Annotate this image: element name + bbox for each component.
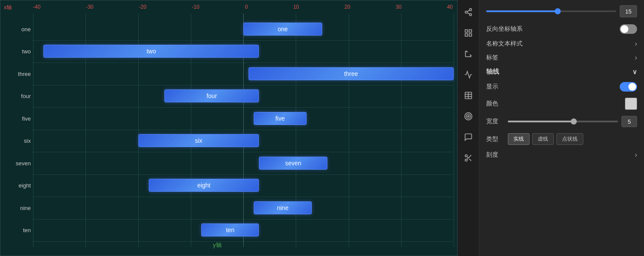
svg-line-3 (467, 13, 470, 14)
x-axis-title: x轴 (4, 4, 12, 11)
show-label: 显示 (486, 83, 498, 91)
svg-point-19 (465, 159, 467, 161)
svg-point-2 (469, 13, 471, 16)
hgrid-line-six (33, 152, 453, 152)
x-label-10: 10 (293, 4, 299, 10)
show-row: 显示 (486, 82, 637, 92)
type-btn-dashed[interactable]: 虚线 (532, 133, 554, 145)
tag-arrow: › (635, 54, 637, 62)
y-label-two: two (3, 48, 31, 55)
bar-seven[interactable]: seven (259, 157, 327, 170)
x-axis-labels: -40 -30 -20 -10 0 10 20 30 40 (33, 4, 453, 10)
hgrid-line-five (33, 130, 453, 130)
hgrid-line-eight (33, 197, 453, 197)
top-slider-row: 15 (486, 5, 637, 17)
vgrid-line-30 (401, 13, 402, 247)
vgrid-line-40 (454, 13, 454, 247)
bar-nine[interactable]: nine (254, 201, 311, 214)
width-slider[interactable] (508, 121, 618, 122)
bar-four[interactable]: four (164, 89, 259, 102)
tag-row[interactable]: 标签 › (486, 54, 637, 62)
width-slider-thumb[interactable] (571, 118, 577, 125)
bar-one[interactable]: one (243, 23, 322, 36)
show-toggle[interactable] (620, 82, 637, 92)
hgrid-line-ten (33, 241, 453, 242)
tag-label: 标签 (486, 54, 498, 62)
chart-icon-btn[interactable] (461, 67, 476, 82)
svg-line-21 (469, 159, 471, 161)
grid-icon-btn[interactable] (461, 25, 476, 41)
svg-point-17 (467, 115, 469, 117)
table-icon-btn[interactable] (461, 88, 476, 103)
y-axis-title: y轴 (213, 241, 222, 249)
x-label-n30: -30 (86, 4, 93, 10)
top-slider-value: 15 (620, 5, 637, 17)
bar-eight[interactable]: eight (149, 179, 259, 192)
type-label: 类型 (486, 135, 508, 143)
hgrid-line-three (33, 85, 453, 85)
name-style-row[interactable]: 名称文本样式 › (486, 40, 637, 48)
share-icon-btn[interactable] (461, 4, 476, 20)
name-style-arrow: › (635, 40, 637, 48)
svg-point-1 (465, 11, 467, 13)
type-btn-dotted[interactable]: 点状线 (556, 133, 583, 145)
y-label-four: four (3, 93, 31, 99)
svg-point-15 (464, 113, 472, 120)
type-row: 类型 实线 虚线 点状线 (486, 133, 637, 145)
reverse-axis-row: 反向坐标轴系 (486, 24, 637, 34)
show-knob (628, 83, 636, 91)
icon-sidebar (458, 0, 479, 256)
axes-icon-btn[interactable] (461, 46, 476, 62)
color-label: 颜色 (486, 100, 498, 108)
y-label-five: five (3, 115, 31, 121)
scissors-icon-btn[interactable] (461, 150, 476, 166)
chat-icon-btn[interactable] (461, 129, 476, 145)
width-fill (508, 121, 574, 122)
y-label-six: six (3, 138, 31, 144)
x-label-30: 30 (396, 4, 401, 10)
scale-label: 刻度 (486, 151, 498, 159)
svg-point-16 (466, 114, 471, 118)
svg-rect-7 (465, 34, 467, 36)
y-label-nine: nine (3, 204, 31, 211)
y-label-eight: eight (3, 182, 31, 189)
target-icon-btn[interactable] (461, 108, 476, 124)
hgrid-line-seven (33, 174, 453, 175)
bar-two[interactable]: two (43, 45, 259, 58)
x-label-n20: -20 (139, 4, 146, 10)
scale-arrow: › (635, 151, 637, 159)
top-slider-track[interactable] (486, 10, 616, 12)
y-label-seven: seven (3, 160, 31, 166)
color-swatch[interactable] (625, 98, 637, 110)
vgrid-line--40 (33, 13, 33, 247)
hgrid-line-one (33, 40, 453, 41)
x-label-0: 0 (245, 4, 248, 10)
svg-point-18 (465, 155, 467, 157)
scale-row[interactable]: 刻度 › (486, 151, 637, 159)
hgrid-line-nine (33, 219, 453, 220)
color-row: 颜色 (486, 98, 637, 110)
y-label-three: three (3, 70, 31, 77)
bar-six[interactable]: six (138, 134, 259, 147)
axis-label: 轴线 (486, 68, 499, 76)
svg-rect-6 (469, 30, 471, 33)
bar-three[interactable]: three (248, 67, 454, 80)
axis-section-title[interactable]: 轴线 ∨ (486, 68, 637, 76)
reverse-axis-knob (621, 25, 628, 33)
svg-line-4 (467, 10, 470, 11)
x-label-n40: -40 (33, 4, 40, 10)
svg-line-22 (467, 157, 468, 158)
right-panel: 15 反向坐标轴系 名称文本样式 › 标签 › 轴线 ∨ 显示 (458, 0, 644, 256)
bar-ten[interactable]: ten (201, 223, 259, 236)
width-row: 宽度 5 (486, 116, 637, 127)
vgrid-line-20 (349, 13, 349, 247)
hgrid-line-four (33, 107, 453, 108)
bar-five[interactable]: five (254, 112, 306, 125)
x-label-20: 20 (344, 4, 350, 10)
top-slider-fill (486, 10, 558, 12)
type-btn-solid[interactable]: 实线 (508, 133, 530, 145)
top-slider-thumb[interactable] (555, 8, 561, 14)
reverse-axis-toggle[interactable] (620, 24, 637, 34)
svg-point-0 (469, 9, 471, 11)
name-style-label: 名称文本样式 (486, 40, 523, 48)
